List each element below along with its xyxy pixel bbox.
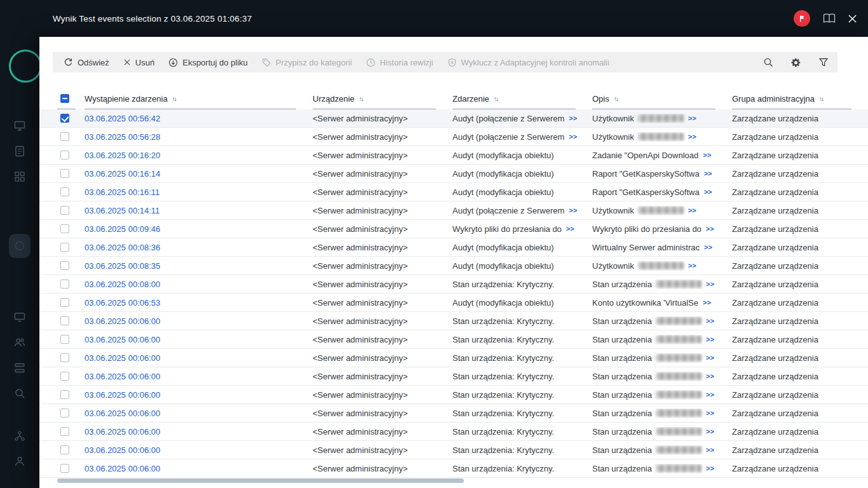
sort-icon[interactable]: ↑↓ — [819, 95, 824, 102]
search-icon[interactable] — [763, 57, 773, 67]
event-time-link[interactable]: 03.06.2025 00:06:00 — [85, 427, 160, 437]
row-checkbox[interactable] — [60, 353, 69, 362]
desc-more-link[interactable]: >> — [706, 354, 714, 362]
event-more-link[interactable]: >> — [569, 207, 577, 214]
revision-history-button[interactable]: Historia rewizji — [359, 52, 440, 72]
exclude-anomaly-button[interactable]: Wyklucz z Adaptacyjnej kontroli anomalii — [440, 52, 616, 72]
row-checkbox[interactable] — [60, 427, 69, 436]
table-row[interactable]: 03.06.2025 00:06:00 <Serwer administracy… — [39, 423, 868, 441]
table-row[interactable]: 03.06.2025 00:06:00 <Serwer administracy… — [39, 404, 868, 423]
event-time-link[interactable]: 03.06.2025 00:08:00 — [85, 280, 160, 289]
horizontal-scrollbar[interactable] — [57, 478, 464, 483]
sort-icon[interactable]: ↑↓ — [494, 95, 499, 102]
row-checkbox[interactable] — [60, 390, 69, 399]
event-time-link[interactable]: 03.06.2025 00:08:35 — [85, 261, 160, 271]
sidebar-search-icon[interactable] — [14, 388, 25, 399]
row-checkbox[interactable] — [60, 372, 69, 381]
table-row[interactable]: 03.06.2025 00:08:35 <Serwer administracy… — [39, 257, 868, 275]
desc-more-link[interactable]: >> — [706, 336, 714, 343]
event-time-link[interactable]: 03.06.2025 00:06:00 — [85, 390, 160, 400]
event-time-link[interactable]: 03.06.2025 00:16:14 — [85, 169, 160, 179]
sort-icon[interactable]: ↑↓ — [614, 95, 619, 102]
event-time-link[interactable]: 03.06.2025 00:16:11 — [85, 187, 159, 197]
event-time-link[interactable]: 03.06.2025 00:06:00 — [85, 409, 160, 418]
row-checkbox[interactable] — [60, 261, 69, 270]
event-time-link[interactable]: 03.06.2025 00:06:00 — [85, 372, 160, 381]
table-row[interactable]: 03.06.2025 00:56:42 <Serwer administracy… — [39, 109, 868, 128]
sidebar-active-item[interactable] — [9, 234, 31, 258]
desc-more-link[interactable]: >> — [688, 133, 696, 140]
table-row[interactable]: 03.06.2025 00:08:36 <Serwer administracy… — [39, 238, 868, 257]
assign-category-button[interactable]: Przypisz do kategorii — [255, 52, 359, 72]
event-time-link[interactable]: 03.06.2025 00:06:00 — [85, 464, 160, 473]
row-checkbox[interactable] — [60, 335, 69, 344]
desc-more-link[interactable]: >> — [706, 409, 714, 417]
event-time-link[interactable]: 03.06.2025 00:06:00 — [85, 353, 160, 363]
table-row[interactable]: 03.06.2025 00:09:46 <Serwer administracy… — [39, 220, 868, 238]
desc-more-link[interactable]: >> — [706, 225, 714, 233]
row-checkbox[interactable] — [60, 409, 69, 417]
row-checkbox[interactable] — [60, 316, 69, 325]
help-book-icon[interactable] — [823, 13, 836, 24]
event-time-link[interactable]: 03.06.2025 00:08:36 — [85, 243, 160, 252]
account-icon[interactable] — [14, 456, 25, 467]
event-more-link[interactable]: >> — [569, 114, 577, 122]
select-all-checkbox[interactable] — [60, 94, 69, 103]
desc-more-link[interactable]: >> — [703, 151, 711, 159]
hierarchy-icon[interactable] — [14, 430, 25, 442]
row-checkbox[interactable] — [60, 280, 69, 288]
table-row[interactable]: 03.06.2025 00:14:11 <Serwer administracy… — [39, 201, 868, 220]
repositories-icon[interactable] — [14, 362, 25, 374]
event-time-link[interactable]: 03.06.2025 00:09:46 — [85, 224, 160, 234]
desc-more-link[interactable]: >> — [688, 207, 696, 214]
row-checkbox[interactable] — [60, 169, 69, 178]
settings-gear-icon[interactable] — [790, 57, 801, 68]
event-time-link[interactable]: 03.06.2025 00:06:00 — [85, 316, 160, 326]
event-time-link[interactable]: 03.06.2025 00:06:00 — [85, 445, 160, 455]
desc-more-link[interactable]: >> — [706, 428, 714, 435]
sort-icon[interactable]: ↑↓ — [359, 95, 364, 102]
desc-more-link[interactable]: >> — [688, 114, 696, 122]
row-checkbox[interactable] — [60, 243, 69, 252]
event-time-link[interactable]: 03.06.2025 00:56:28 — [85, 132, 160, 142]
desc-more-link[interactable]: >> — [704, 243, 712, 251]
event-time-link[interactable]: 03.06.2025 00:14:11 — [85, 206, 159, 215]
desc-more-link[interactable]: >> — [704, 170, 712, 177]
apps-grid-icon[interactable] — [14, 171, 25, 182]
event-time-link[interactable]: 03.06.2025 00:06:53 — [85, 298, 160, 308]
desc-more-link[interactable]: >> — [706, 391, 714, 398]
reports-icon[interactable] — [14, 146, 25, 157]
desc-more-link[interactable]: >> — [706, 464, 714, 472]
delete-button[interactable]: Usuń — [116, 52, 161, 72]
desc-more-link[interactable]: >> — [688, 262, 696, 269]
monitoring-icon[interactable] — [14, 120, 25, 132]
table-row[interactable]: 03.06.2025 00:06:00 <Serwer administracy… — [39, 441, 868, 459]
desc-more-link[interactable]: >> — [704, 188, 712, 196]
devices-icon[interactable] — [14, 311, 25, 323]
export-button[interactable]: Eksportuj do pliku — [161, 52, 255, 72]
users-icon[interactable] — [14, 337, 25, 348]
desc-more-link[interactable]: >> — [706, 372, 714, 380]
desc-more-link[interactable]: >> — [706, 446, 714, 454]
product-logo-icon[interactable] — [794, 10, 810, 27]
table-row[interactable]: 03.06.2025 00:06:00 <Serwer administracy… — [39, 367, 868, 386]
row-checkbox[interactable] — [60, 132, 69, 141]
table-row[interactable]: 03.06.2025 00:16:20 <Serwer administracy… — [39, 146, 868, 165]
table-row[interactable]: 03.06.2025 00:08:00 <Serwer administracy… — [39, 275, 868, 294]
row-checkbox[interactable] — [60, 445, 69, 454]
filter-icon[interactable] — [818, 57, 829, 67]
table-row[interactable]: 03.06.2025 00:56:28 <Serwer administracy… — [39, 128, 868, 146]
table-row[interactable]: 03.06.2025 00:06:00 <Serwer administracy… — [39, 386, 868, 404]
table-row[interactable]: 03.06.2025 00:06:00 <Serwer administracy… — [39, 330, 868, 349]
row-checkbox[interactable] — [60, 151, 69, 159]
desc-more-link[interactable]: >> — [703, 299, 711, 306]
desc-more-link[interactable]: >> — [706, 280, 714, 288]
table-row[interactable]: 03.06.2025 00:06:00 <Serwer administracy… — [39, 459, 868, 478]
row-checkbox[interactable] — [60, 114, 69, 123]
table-row[interactable]: 03.06.2025 00:06:00 <Serwer administracy… — [39, 349, 868, 367]
table-row[interactable]: 03.06.2025 00:16:14 <Serwer administracy… — [39, 165, 868, 183]
desc-more-link[interactable]: >> — [706, 317, 714, 325]
row-checkbox[interactable] — [60, 464, 69, 473]
event-time-link[interactable]: 03.06.2025 00:16:20 — [85, 151, 160, 160]
event-more-link[interactable]: >> — [569, 133, 577, 140]
